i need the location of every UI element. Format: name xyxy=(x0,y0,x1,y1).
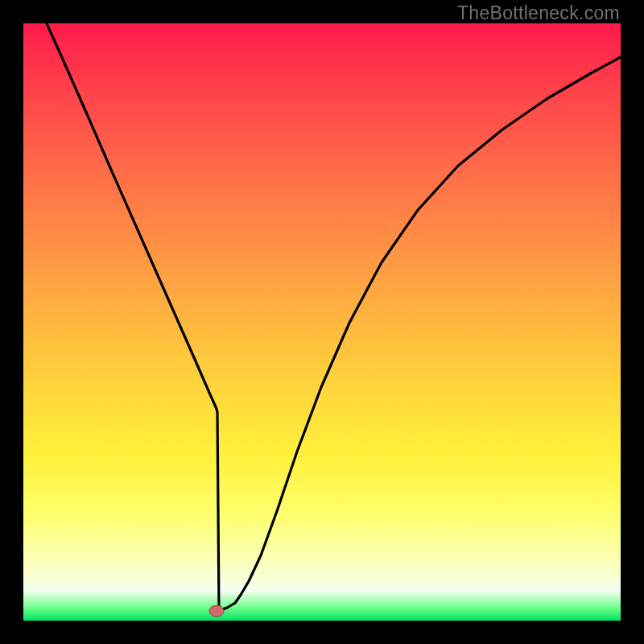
chart-gradient-background xyxy=(23,23,621,621)
watermark-text: TheBottleneck.com xyxy=(457,2,620,24)
